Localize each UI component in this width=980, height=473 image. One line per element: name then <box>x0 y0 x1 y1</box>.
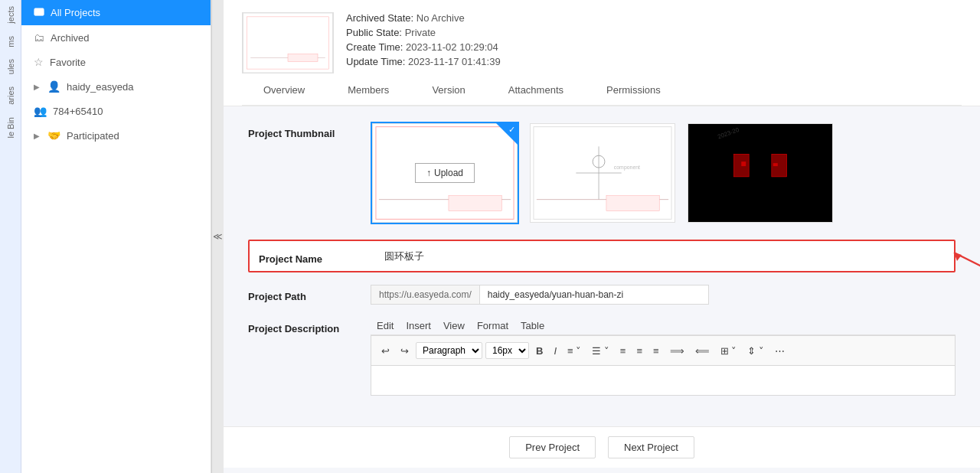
table-button[interactable]: ⊞ ˅ <box>717 343 741 359</box>
menu-insert[interactable]: Insert <box>406 320 431 331</box>
unordered-list-button[interactable]: ≡ ˅ <box>564 343 585 359</box>
redo-button[interactable]: ↪ <box>397 343 413 359</box>
sidebar-item-participated[interactable]: ▶ 🤝 Participated <box>21 123 211 148</box>
sidebar-label-all-projects: All Projects <box>51 7 100 18</box>
tab-attachments[interactable]: Attachments <box>487 77 585 105</box>
project-name-label: Project Name <box>259 247 381 265</box>
chevron-left-icon: ≪ <box>213 231 223 242</box>
svg-rect-2 <box>243 13 333 73</box>
folder-icon <box>34 6 44 19</box>
thumbnail-content: Upload ↑ Upload ✓ <box>371 122 956 224</box>
tab-permissions[interactable]: Permissions <box>585 77 682 105</box>
more-button[interactable]: ⋯ <box>771 343 789 359</box>
svg-marker-26 <box>954 253 962 261</box>
content-area: Project Thumbnail Upload <box>224 106 980 426</box>
path-prefix: https://u.easyeda.com/ <box>371 285 479 305</box>
line-spacing-button[interactable]: ⇕ ˅ <box>743 343 768 359</box>
project-description-label: Project Description <box>248 317 371 334</box>
checkmark-icon: ✓ <box>508 125 515 135</box>
project-name-input[interactable] <box>381 249 726 263</box>
sidebar-item-784-65410[interactable]: 👥 784+65410 <box>21 99 211 123</box>
svg-rect-9 <box>449 196 501 211</box>
svg-line-25 <box>954 253 980 276</box>
upload-button[interactable]: ↑ Upload <box>415 163 475 183</box>
menu-format[interactable]: Format <box>477 320 508 331</box>
expand-arrow2-icon: ▶ <box>34 132 40 140</box>
thumbnails-list: Upload ↑ Upload ✓ <box>371 122 956 224</box>
upload-overlay: ↑ Upload <box>415 163 475 183</box>
project-path-label: Project Path <box>248 285 371 302</box>
italic-button[interactable]: I <box>550 343 560 359</box>
project-path-content: https://u.easyeda.com/ haidy_easyeda/yua… <box>371 285 956 305</box>
align-left-button[interactable]: ≡ <box>616 343 630 359</box>
participated-icon: 🤝 <box>47 129 60 142</box>
main-content: Archived State: No Archive Public State:… <box>224 0 980 473</box>
update-time: Update Time: 2023-11-17 01:41:39 <box>346 56 962 67</box>
svg-rect-5 <box>288 54 318 62</box>
sidebar-item-all-projects[interactable]: All Projects <box>21 0 211 25</box>
undo-button[interactable]: ↩ <box>377 343 394 359</box>
project-description-content: Edit Insert View Format Table ↩ ↪ Paragr… <box>371 317 956 396</box>
toolbar-buttons: ↩ ↪ Paragraph 16px B I ≡ ˅ ☰ ˅ ≡ ≡ <box>377 339 789 362</box>
menu-edit[interactable]: Edit <box>377 320 394 331</box>
collapse-sidebar-button[interactable]: ≪ <box>211 0 224 473</box>
project-path-section: Project Path https://u.easyeda.com/ haid… <box>248 285 956 305</box>
editor-toolbar: ↩ ↪ Paragraph 16px B I ≡ ˅ ☰ ˅ ≡ ≡ <box>371 335 956 365</box>
svg-rect-18 <box>606 196 659 211</box>
left-labels: jects ms ules aries le Bin <box>0 0 21 473</box>
bold-button[interactable]: B <box>532 343 547 359</box>
thumbnail-section: Project Thumbnail Upload <box>248 122 956 224</box>
project-tabs: Overview Members Version Attachments Per… <box>242 77 962 106</box>
sidebar-item-archived[interactable]: 🗂 Archived <box>21 25 211 50</box>
tab-members[interactable]: Members <box>326 77 410 105</box>
thumbnail-label: Project Thumbnail <box>248 122 371 139</box>
sidebar-item-favorite[interactable]: ☆ Favorite <box>21 50 211 74</box>
sidebar-label-favorite: Favorite <box>50 57 86 68</box>
archived-state: Archived State: No Archive <box>346 12 962 24</box>
project-header: Archived State: No Archive Public State:… <box>224 0 980 106</box>
arrow-indicator <box>946 249 980 282</box>
user-icon: 👤 <box>47 80 60 93</box>
star-icon: ☆ <box>34 56 44 68</box>
header-thumbnail <box>242 12 334 73</box>
sidebar-label-784-65410: 784+65410 <box>53 106 103 117</box>
paragraph-select[interactable]: Paragraph <box>416 342 482 359</box>
expand-arrow-icon: ▶ <box>34 83 40 91</box>
tab-version[interactable]: Version <box>410 77 486 105</box>
thumbnail-item-2[interactable]: component <box>528 122 677 224</box>
editor-area[interactable] <box>371 365 956 396</box>
svg-rect-1 <box>34 10 44 15</box>
svg-rect-19 <box>688 124 832 223</box>
project-name-section: Project Name <box>248 240 956 272</box>
bottom-bar: Prev Project Next Project <box>224 426 980 468</box>
path-row: https://u.easyeda.com/ haidy_easyeda/yua… <box>371 285 956 305</box>
next-project-button[interactable]: Next Project <box>608 436 694 458</box>
menu-view[interactable]: View <box>443 320 465 331</box>
svg-text:component: component <box>614 165 640 171</box>
public-state: Public State: Private <box>346 27 962 38</box>
align-center-button[interactable]: ≡ <box>632 343 646 359</box>
menu-table[interactable]: Table <box>521 320 544 331</box>
archived-icon: 🗂 <box>34 31 44 44</box>
thumbnail-item-3[interactable]: 2023-20 <box>686 122 835 224</box>
align-right-button[interactable]: ≡ <box>649 343 663 359</box>
thumbnail-item-1[interactable]: Upload ↑ Upload ✓ <box>371 122 519 224</box>
svg-rect-23 <box>741 161 746 166</box>
path-value: haidy_easyeda/yuan-huan-ban-zi <box>479 285 709 305</box>
sidebar-label-haidy-easyeda: haidy_easyeda <box>67 81 133 93</box>
tab-overview[interactable]: Overview <box>242 77 326 105</box>
header-top: Archived State: No Archive Public State:… <box>242 6 962 77</box>
editor-menu: Edit Insert View Format Table <box>371 317 956 335</box>
sidebar-label-participated: Participated <box>67 130 119 142</box>
sidebar-label-archived: Archived <box>51 32 90 44</box>
font-size-select[interactable]: 16px <box>485 342 529 359</box>
project-meta: Archived State: No Archive Public State:… <box>346 12 962 70</box>
ordered-list-button[interactable]: ☰ ˅ <box>588 343 613 359</box>
outdent-button[interactable]: ⟸ <box>691 343 714 359</box>
sidebar: All Projects 🗂 Archived ☆ Favorite ▶ 👤 h… <box>21 0 211 473</box>
sidebar-item-haidy-easyeda[interactable]: ▶ 👤 haidy_easyeda <box>21 74 211 99</box>
prev-project-button[interactable]: Prev Project <box>509 436 596 458</box>
indent-button[interactable]: ⟹ <box>666 343 688 359</box>
thumbnail-image-2: component <box>530 123 675 223</box>
svg-rect-24 <box>773 163 778 166</box>
